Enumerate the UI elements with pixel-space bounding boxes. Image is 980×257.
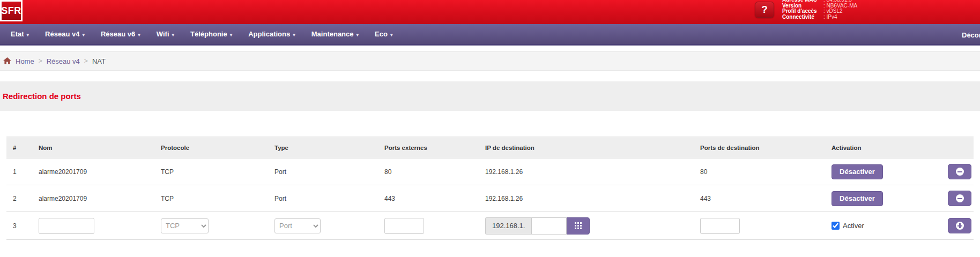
top-banner: SFR ? Adresse MAC: e4:5d:51:5Version: NB… xyxy=(0,0,980,24)
breadcrumb-item-nat: NAT xyxy=(92,57,106,65)
cell-nom: alarme20201709 xyxy=(39,185,161,212)
cell-type: Port xyxy=(274,185,384,212)
col-header-ports-destination: Ports de destination xyxy=(700,137,831,158)
protocole-select[interactable]: TCP xyxy=(161,218,209,233)
col-header-activation: Activation xyxy=(831,137,939,158)
ports-destination-input[interactable] xyxy=(700,218,740,234)
type-select[interactable]: Port xyxy=(274,218,321,233)
nav-items: Etat▾Réseau v4▾Réseau v6▾Wifi▾Téléphonie… xyxy=(3,24,400,45)
chevron-down-icon: ▾ xyxy=(138,32,140,37)
nav-item-label: Maintenance xyxy=(311,30,354,38)
remove-rule-button[interactable] xyxy=(948,164,971,179)
chevron-down-icon: ▾ xyxy=(357,32,359,37)
cell-protocole: TCP xyxy=(161,158,274,185)
col-header-actions xyxy=(939,137,974,158)
pick-host-button[interactable] xyxy=(567,217,590,235)
chevron-down-icon: ▾ xyxy=(390,32,393,37)
table-row: 1 alarme20201709 TCP Port 80 192.168.1.2… xyxy=(6,158,974,185)
rule-name-input[interactable] xyxy=(39,218,94,234)
breadcrumb-separator: > xyxy=(84,57,88,65)
disable-button[interactable]: Désactiver xyxy=(831,164,883,179)
chevron-down-icon: ▾ xyxy=(172,32,175,37)
cell-nom: alarme20201709 xyxy=(39,158,161,185)
nav-item-etat[interactable]: Etat▾ xyxy=(3,24,37,45)
nav-item-réseau-v4[interactable]: Réseau v4▾ xyxy=(37,24,93,45)
nav-item-réseau-v6[interactable]: Réseau v6▾ xyxy=(93,24,149,45)
col-header-nom: Nom xyxy=(39,137,161,158)
new-rule-row: 3 TCP Port 192.168.1. xyxy=(6,212,974,240)
main-navbar: Etat▾Réseau v4▾Réseau v6▾Wifi▾Téléphonie… xyxy=(0,24,980,46)
cell-ip-destination: 192.168.1.26 xyxy=(485,185,700,212)
home-icon[interactable] xyxy=(3,57,11,65)
add-rule-button[interactable] xyxy=(948,218,971,233)
chevron-down-icon: ▾ xyxy=(230,32,233,37)
ip-prefix-label: 192.168.1. xyxy=(485,217,531,235)
device-info-line: Profil d'accès: vDSL2 xyxy=(782,9,857,14)
cell-ports-destination: 80 xyxy=(700,158,831,185)
help-button[interactable]: ? xyxy=(755,2,774,18)
col-header-protocole: Protocole xyxy=(161,137,274,158)
cell-ports-externes: 443 xyxy=(384,185,485,212)
nav-item-applications[interactable]: Applications▾ xyxy=(240,24,303,45)
device-info: Adresse MAC: e4:5d:51:5Version: NB6VAC-M… xyxy=(782,0,857,20)
activer-label: Activer xyxy=(843,222,864,230)
nav-item-wifi[interactable]: Wifi▾ xyxy=(149,24,182,45)
sfr-logo[interactable]: SFR xyxy=(0,0,23,21)
nav-item-téléphonie[interactable]: Téléphonie▾ xyxy=(182,24,240,45)
port-forwarding-table: # Nom Protocole Type Ports externes IP d… xyxy=(6,137,974,240)
breadcrumb: Home>Réseau v4>NAT xyxy=(0,51,980,71)
col-header-ip-destination: IP de destination xyxy=(485,137,700,158)
section-heading-band: Redirection de ports xyxy=(0,81,980,111)
cell-num: 2 xyxy=(6,185,39,212)
cell-ports-externes: 80 xyxy=(384,158,485,185)
nav-item-label: Réseau v6 xyxy=(101,30,135,38)
col-header-type: Type xyxy=(274,137,384,158)
cell-num: 1 xyxy=(6,158,39,185)
nav-item-label: Etat xyxy=(11,30,24,38)
disable-button[interactable]: Désactiver xyxy=(831,191,883,206)
minus-icon xyxy=(956,194,964,202)
page-title: Redirection de ports xyxy=(3,92,81,101)
nav-item-label: Réseau v4 xyxy=(45,30,79,38)
remove-rule-button[interactable] xyxy=(948,191,971,206)
activer-checkbox[interactable] xyxy=(831,222,840,230)
nav-item-label: Eco xyxy=(375,30,388,38)
device-info-line: Connectivité: IPv4 xyxy=(782,14,857,20)
col-header-ports-externes: Ports externes xyxy=(384,137,485,158)
cell-type: Port xyxy=(274,158,384,185)
nav-item-label: Téléphonie xyxy=(190,30,227,38)
nav-item-label: Applications xyxy=(248,30,290,38)
breadcrumb-items: Home>Réseau v4>NAT xyxy=(16,57,106,65)
nav-item-maintenance[interactable]: Maintenance▾ xyxy=(303,24,367,45)
breadcrumb-separator: > xyxy=(39,57,42,65)
table-row: 2 alarme20201709 TCP Port 443 192.168.1.… xyxy=(6,185,974,212)
plus-icon xyxy=(956,222,964,230)
ip-destination-group: 192.168.1. xyxy=(485,217,590,235)
cell-protocole: TCP xyxy=(161,185,274,212)
breadcrumb-item-home[interactable]: Home xyxy=(16,57,34,65)
nav-item-label: Wifi xyxy=(157,30,169,38)
col-header-num: # xyxy=(6,137,39,158)
cell-num: 3 xyxy=(6,212,39,240)
minus-icon xyxy=(956,168,964,176)
logout-link[interactable]: Déconnexion xyxy=(962,24,980,46)
table-header-row: # Nom Protocole Type Ports externes IP d… xyxy=(6,137,974,158)
ip-suffix-input[interactable] xyxy=(531,217,567,235)
grid-icon xyxy=(575,222,582,229)
cell-ip-destination: 192.168.1.26 xyxy=(485,158,700,185)
chevron-down-icon: ▾ xyxy=(82,32,85,37)
chevron-down-icon: ▾ xyxy=(293,32,295,37)
chevron-down-icon: ▾ xyxy=(27,32,29,37)
nav-item-eco[interactable]: Eco▾ xyxy=(367,24,400,45)
breadcrumb-item-réseau-v4[interactable]: Réseau v4 xyxy=(47,57,80,65)
cell-ports-destination: 443 xyxy=(700,185,831,212)
ports-externes-input[interactable] xyxy=(384,218,424,234)
